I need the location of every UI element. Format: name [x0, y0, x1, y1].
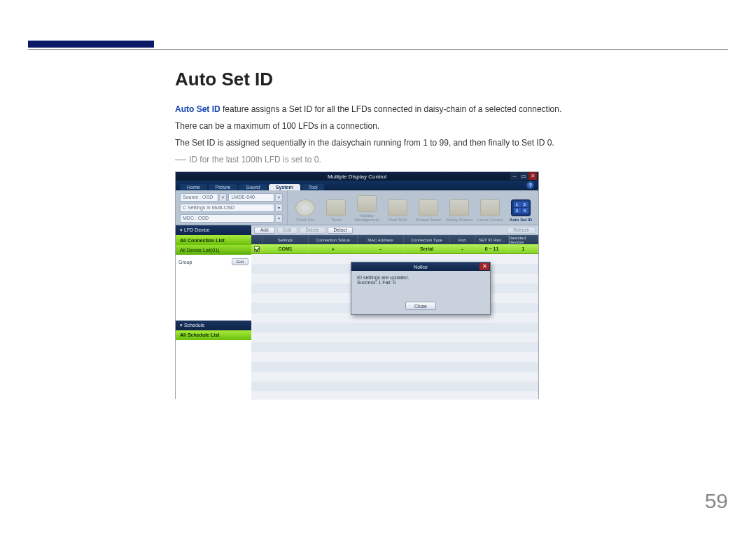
- combo-multi-osd-field: C Settings in Multi-OSD: [180, 204, 274, 212]
- app-titlebar: Multiple Display Control – ▭ ✕: [176, 172, 538, 181]
- th-checkbox: [251, 235, 262, 244]
- note-dash-icon: [175, 160, 186, 160]
- edit-button[interactable]: Edit: [232, 258, 248, 265]
- tool-clock-set[interactable]: Clock Set: [290, 192, 320, 223]
- tool-safety-screen[interactable]: Safety Screen: [444, 192, 474, 223]
- ribbon-tabs: Home Picture Sound System Tool ?: [176, 181, 538, 190]
- combo-mdc-osd-field: MDC : OSD: [180, 214, 274, 223]
- tool-auto-set-id[interactable]: 1 2 3 4 Auto Set ID: [506, 192, 536, 223]
- header-accent-bar: [28, 41, 154, 48]
- screen-saver-icon: [419, 199, 438, 216]
- help-icon[interactable]: ?: [526, 181, 534, 189]
- sidebar-schedule-tree: [176, 340, 251, 400]
- status-dot-icon: ●: [331, 246, 334, 251]
- app-window: Multiple Display Control – ▭ ✕ Home Pict…: [175, 171, 539, 399]
- notice-dialog: Notice ✕ ID settings are updated. Succes…: [351, 262, 491, 315]
- tab-system[interactable]: System: [269, 184, 300, 190]
- dialog-body: ID settings are updated. Success: 1 Fail…: [351, 271, 490, 299]
- app-title: Multiple Display Control: [328, 174, 386, 180]
- sidebar-group-label: Group: [178, 260, 192, 265]
- auto-set-id-icon: 1 2 3 4: [511, 199, 531, 216]
- sidebar-schedule-header[interactable]: ▾ Schedule: [176, 321, 251, 330]
- para-1: Auto Set ID feature assigns a Set ID for…: [175, 103, 728, 115]
- th-detected-devices: Detected Devices: [509, 235, 538, 244]
- tab-home[interactable]: Home: [180, 184, 207, 190]
- sidebar-all-connection-list[interactable]: All Connection List: [176, 235, 251, 245]
- note-text: ID for the last 100th LFD is set to 0.: [189, 155, 321, 164]
- delete-button[interactable]: Delete: [300, 227, 326, 234]
- refresh-button[interactable]: Refresh: [507, 227, 536, 234]
- add-button[interactable]: Add: [254, 227, 275, 234]
- ribbon-left-panel: Source : OSD ▾ LMDE-040 ▾ C Settings in …: [176, 190, 288, 225]
- page-title: Auto Set ID: [175, 69, 728, 90]
- pixel-shift-icon: [388, 199, 407, 216]
- edit-connection-button[interactable]: Edit: [277, 227, 298, 234]
- window-buttons: – ▭ ✕: [510, 172, 537, 180]
- calendar-icon: [357, 195, 377, 212]
- close-button[interactable]: ✕: [528, 172, 537, 180]
- tool-screen-saver[interactable]: Screen Saver: [414, 192, 443, 223]
- safety-icon: [449, 199, 469, 216]
- detect-button[interactable]: Detect: [328, 227, 354, 234]
- cell-conn-type: Serial: [404, 244, 450, 253]
- sidebar-lfd-header[interactable]: ▾ LFD Device: [176, 225, 251, 235]
- cell-connection-status: ●: [309, 244, 358, 253]
- th-mac-address: MAC Address: [358, 235, 404, 244]
- button-row: Add Edit Delete Detect Refresh: [251, 225, 538, 235]
- combo-multi-osd[interactable]: C Settings in Multi-OSD ▾: [180, 204, 283, 212]
- cell-detected: 1: [509, 244, 538, 253]
- para-1-rest: feature assigns a Set ID for all the LFD…: [220, 104, 562, 114]
- maximize-button[interactable]: ▭: [519, 172, 528, 180]
- tool-timer[interactable]: Timer: [321, 192, 351, 223]
- para-1-bold: Auto Set ID: [175, 104, 220, 114]
- sidebar-all-schedule-list[interactable]: All Schedule List: [176, 330, 251, 340]
- dialog-line-1: ID settings are updated.: [357, 275, 484, 280]
- combo-source[interactable]: Source : OSD ▾ LMDE-040 ▾: [180, 193, 283, 202]
- row-checkbox[interactable]: [254, 246, 260, 252]
- dialog-line-2: Success: 1 Fail: 0: [357, 280, 484, 285]
- tool-holiday-management[interactable]: Holiday Management: [352, 192, 382, 223]
- sidebar-group-row: Group Edit: [178, 258, 248, 266]
- cell-settings: COM1: [262, 244, 309, 253]
- ribbon-tools: Clock Set Timer Holiday Management Pixel…: [288, 190, 538, 225]
- table-header: Settings Connection Status MAC Address C…: [251, 235, 538, 244]
- th-connection-status: Connection Status: [309, 235, 358, 244]
- chevron-down-icon[interactable]: ▾: [220, 193, 227, 202]
- note: ID for the last 100th LFD is set to 0.: [175, 155, 728, 164]
- combo-model-field: LMDE-040: [228, 193, 274, 202]
- header-divider: [28, 49, 728, 50]
- sidebar-device-tree: Group Edit: [176, 255, 251, 321]
- dialog-title: Notice ✕: [351, 262, 490, 271]
- tab-tool[interactable]: Tool: [302, 184, 325, 190]
- tool-lamp-control[interactable]: Lamp Control: [475, 192, 505, 223]
- para-2: There can be a maximum of 100 LFDs in a …: [175, 120, 728, 132]
- clock-icon: [295, 199, 315, 216]
- sidebar-all-device-list[interactable]: All Device List(01): [176, 245, 251, 255]
- th-setid-range: SET ID Ran...: [475, 235, 509, 244]
- page-number: 59: [705, 489, 728, 513]
- th-settings: Settings: [262, 235, 309, 244]
- minimize-button[interactable]: –: [510, 172, 519, 180]
- th-port: Port: [450, 235, 475, 244]
- tab-sound[interactable]: Sound: [239, 184, 267, 190]
- sidebar: ▾ LFD Device All Connection List All Dev…: [176, 225, 251, 400]
- th-connection-type: Connection Type: [404, 235, 450, 244]
- dialog-close-button[interactable]: ✕: [479, 263, 489, 270]
- combo-mdc-osd[interactable]: MDC : OSD ▾: [180, 214, 283, 223]
- tab-picture[interactable]: Picture: [209, 184, 238, 190]
- chevron-down-icon[interactable]: ▾: [276, 193, 283, 202]
- combo-source-field: Source : OSD: [180, 193, 218, 202]
- lamp-icon: [480, 199, 500, 216]
- chevron-down-icon[interactable]: ▾: [276, 214, 283, 223]
- tool-pixel-shift[interactable]: Pixel Shift: [383, 192, 412, 223]
- para-3: The Set ID is assigned sequentially in t…: [175, 136, 728, 149]
- table-row[interactable]: COM1 ● - Serial - 0 ~ 11 1: [251, 244, 538, 254]
- cell-mac: -: [358, 244, 404, 253]
- ribbon: Source : OSD ▾ LMDE-040 ▾ C Settings in …: [176, 190, 538, 225]
- dialog-buttons: Close: [351, 299, 490, 314]
- timer-icon: [326, 199, 346, 216]
- chevron-down-icon[interactable]: ▾: [276, 204, 283, 212]
- document-content: Auto Set ID Auto Set ID feature assigns …: [175, 69, 728, 399]
- dialog-close-action-button[interactable]: Close: [405, 302, 436, 310]
- cell-range: 0 ~ 11: [475, 244, 509, 253]
